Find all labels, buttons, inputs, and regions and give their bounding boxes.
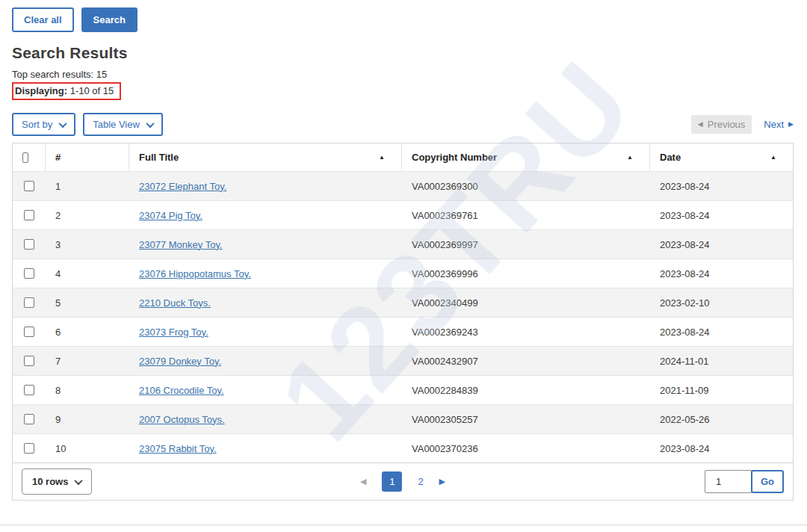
sort-ascending-icon[interactable]: ▲ bbox=[627, 154, 633, 161]
table-controls-row: Sort by Table View ◀ Previous Next ▶ bbox=[12, 113, 794, 136]
header-checkbox-cell bbox=[13, 143, 46, 171]
page-bottom-divider bbox=[0, 525, 807, 525]
table-row: 1 23072 Elephant Toy. VA0002369300 2023-… bbox=[13, 171, 793, 200]
search-button[interactable]: Search bbox=[81, 7, 137, 32]
full-title-link[interactable]: 23072 Elephant Toy. bbox=[139, 181, 226, 192]
registration-date: 2023-08-24 bbox=[650, 210, 793, 221]
full-title-link[interactable]: 2106 Crocodile Toy. bbox=[139, 385, 224, 396]
copyright-number: VA0002369996 bbox=[402, 268, 650, 279]
registration-date: 2023-08-24 bbox=[650, 268, 793, 279]
copyright-number: VA0002432907 bbox=[402, 356, 650, 367]
full-title-link[interactable]: 23077 Monkey Toy. bbox=[139, 239, 223, 250]
row-checkbox-cell bbox=[13, 268, 46, 279]
row-number: 1 bbox=[46, 181, 129, 192]
row-checkbox[interactable] bbox=[24, 443, 34, 454]
row-number: 9 bbox=[46, 414, 129, 425]
page-title: Search Results bbox=[12, 44, 794, 62]
results-table: # Full Title ▲ Copyright Number ▲ Date ▲… bbox=[12, 143, 794, 501]
view-controls: Sort by Table View bbox=[12, 113, 163, 136]
header-date-label: Date bbox=[660, 152, 681, 163]
chevron-down-icon bbox=[59, 119, 67, 127]
row-checkbox[interactable] bbox=[24, 385, 34, 395]
sort-ascending-icon[interactable]: ▲ bbox=[770, 154, 776, 161]
row-checkbox-cell bbox=[13, 297, 46, 308]
sort-by-label: Sort by bbox=[22, 119, 52, 130]
row-checkbox-cell bbox=[13, 356, 46, 366]
row-checkbox[interactable] bbox=[24, 210, 34, 220]
header-full-title-label: Full Title bbox=[139, 152, 179, 163]
row-checkbox[interactable] bbox=[24, 297, 34, 308]
table-row: 4 23076 Hippopotamus Toy. VA0002369996 2… bbox=[13, 259, 793, 288]
header-number-label: # bbox=[55, 152, 61, 163]
header-full-title[interactable]: Full Title ▲ bbox=[129, 143, 402, 171]
next-button[interactable]: Next ▶ bbox=[764, 119, 794, 130]
row-checkbox-cell bbox=[13, 443, 46, 454]
copyright-number: VA0002284839 bbox=[402, 385, 650, 396]
registration-date: 2024-11-01 bbox=[650, 356, 793, 367]
row-checkbox-cell bbox=[13, 327, 46, 337]
table-row: 10 23075 Rabbit Toy. VA0002370236 2023-0… bbox=[13, 433, 793, 463]
sort-by-dropdown[interactable]: Sort by bbox=[12, 113, 75, 136]
copyright-number: VA0002369997 bbox=[402, 239, 650, 250]
row-number: 6 bbox=[46, 327, 129, 338]
table-row: 7 23079 Donkey Toy. VA0002432907 2024-11… bbox=[13, 346, 793, 375]
clear-all-button[interactable]: Clear all bbox=[12, 7, 74, 32]
copyright-number: VA0002340499 bbox=[402, 297, 650, 309]
full-title-link[interactable]: 23079 Donkey Toy. bbox=[139, 356, 221, 367]
registration-date: 2023-08-24 bbox=[650, 181, 793, 192]
top-results-count: Top search results: 15 bbox=[12, 69, 794, 80]
page-1-current[interactable]: 1 bbox=[382, 471, 402, 492]
row-checkbox[interactable] bbox=[24, 327, 34, 337]
row-number: 7 bbox=[46, 356, 129, 367]
row-checkbox[interactable] bbox=[24, 181, 34, 191]
header-date[interactable]: Date ▲ bbox=[650, 143, 793, 171]
full-title-link[interactable]: 23076 Hippopotamus Toy. bbox=[139, 268, 251, 279]
table-row: 9 2007 Octopus Toys. VA0002305257 2022-0… bbox=[13, 404, 793, 433]
rows-per-page-label: 10 rows bbox=[32, 476, 68, 487]
displaying-value: 1-10 of 15 bbox=[67, 85, 114, 96]
page-number-input[interactable] bbox=[705, 470, 752, 493]
header-copyright-number[interactable]: Copyright Number ▲ bbox=[402, 143, 650, 171]
table-row: 8 2106 Crocodile Toy. VA0002284839 2021-… bbox=[13, 375, 793, 404]
top-pagination: ◀ Previous Next ▶ bbox=[691, 115, 794, 134]
copyright-number: VA0002305257 bbox=[402, 414, 650, 425]
go-button[interactable]: Go bbox=[751, 470, 784, 493]
row-checkbox[interactable] bbox=[24, 239, 34, 250]
full-title-link[interactable]: 2007 Octopus Toys. bbox=[139, 414, 225, 425]
registration-date: 2023-08-24 bbox=[650, 443, 793, 454]
row-checkbox[interactable] bbox=[24, 356, 34, 366]
page-2-link[interactable]: 2 bbox=[418, 476, 423, 487]
action-buttons: Clear all Search bbox=[12, 7, 794, 32]
row-number: 2 bbox=[46, 210, 129, 221]
bottom-pagination: ◀ 1 2 ▶ bbox=[360, 471, 445, 492]
registration-date: 2023-02-10 bbox=[650, 297, 793, 309]
search-results-page: 123TRU Clear all Search Search Results T… bbox=[0, 0, 807, 532]
previous-button[interactable]: ◀ Previous bbox=[691, 115, 752, 134]
table-body: 1 23072 Elephant Toy. VA0002369300 2023-… bbox=[13, 171, 793, 463]
full-title-link[interactable]: 23075 Rabbit Toy. bbox=[139, 443, 217, 454]
prev-page-icon[interactable]: ◀ bbox=[360, 477, 366, 486]
chevron-down-icon bbox=[75, 476, 83, 484]
left-triangle-icon: ◀ bbox=[698, 121, 703, 128]
header-number: # bbox=[46, 143, 129, 171]
next-page-icon[interactable]: ▶ bbox=[439, 477, 445, 486]
row-checkbox[interactable] bbox=[24, 414, 34, 424]
row-checkbox-cell bbox=[13, 239, 46, 250]
row-checkbox-cell bbox=[13, 385, 46, 395]
table-view-dropdown[interactable]: Table View bbox=[83, 113, 163, 136]
chevron-down-icon bbox=[146, 119, 154, 127]
row-number: 5 bbox=[46, 297, 129, 309]
table-row: 6 23073 Frog Toy. VA0002369243 2023-08-2… bbox=[13, 317, 793, 346]
row-checkbox-cell bbox=[13, 181, 46, 191]
copyright-number: VA0002369300 bbox=[402, 181, 650, 192]
full-title-link[interactable]: 23073 Frog Toy. bbox=[139, 327, 208, 338]
goto-page-control: Go bbox=[705, 470, 784, 493]
full-title-link[interactable]: 23074 Pig Toy. bbox=[139, 210, 202, 221]
displaying-label: Displaying: bbox=[15, 85, 67, 96]
select-all-checkbox[interactable] bbox=[22, 152, 28, 163]
full-title-link[interactable]: 2210 Duck Toys. bbox=[139, 297, 211, 309]
row-number: 8 bbox=[46, 385, 129, 396]
rows-per-page-dropdown[interactable]: 10 rows bbox=[22, 468, 92, 495]
sort-ascending-icon[interactable]: ▲ bbox=[379, 154, 385, 161]
row-checkbox[interactable] bbox=[24, 268, 34, 279]
